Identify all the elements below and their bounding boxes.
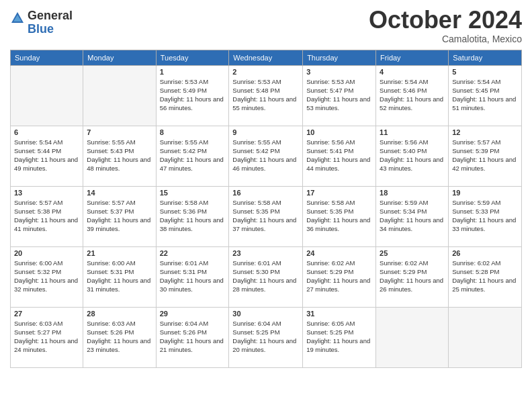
weekday-header-row: Sunday Monday Tuesday Wednesday Thursday… (11, 50, 522, 65)
calendar-cell: 12Sunrise: 5:57 AM Sunset: 5:39 PM Dayli… (449, 126, 522, 186)
calendar-cell: 2Sunrise: 5:53 AM Sunset: 5:48 PM Daylig… (229, 65, 303, 126)
day-info: Sunrise: 5:56 AM Sunset: 5:41 PM Dayligh… (306, 138, 372, 173)
calendar-cell: 28Sunrise: 6:03 AM Sunset: 5:26 PM Dayli… (83, 307, 156, 367)
calendar-cell: 10Sunrise: 5:56 AM Sunset: 5:41 PM Dayli… (303, 126, 376, 186)
title-block: October 2024 Camalotita, Mexico (369, 7, 522, 44)
calendar-cell: 30Sunrise: 6:04 AM Sunset: 5:25 PM Dayli… (229, 307, 303, 367)
header-wednesday: Wednesday (229, 50, 303, 65)
calendar-row-0: 1Sunrise: 5:53 AM Sunset: 5:49 PM Daylig… (11, 65, 522, 126)
header-saturday: Saturday (449, 50, 522, 65)
calendar-cell: 19Sunrise: 5:59 AM Sunset: 5:33 PM Dayli… (449, 186, 522, 246)
day-number: 7 (87, 128, 152, 136)
day-info: Sunrise: 6:00 AM Sunset: 5:32 PM Dayligh… (14, 259, 79, 294)
day-number: 10 (306, 128, 372, 136)
day-info: Sunrise: 5:54 AM Sunset: 5:44 PM Dayligh… (14, 138, 79, 173)
calendar-cell: 11Sunrise: 5:56 AM Sunset: 5:40 PM Dayli… (376, 126, 449, 186)
logo-blue: Blue (28, 23, 73, 36)
day-info: Sunrise: 5:53 AM Sunset: 5:47 PM Dayligh… (306, 77, 372, 113)
day-info: Sunrise: 5:57 AM Sunset: 5:37 PM Dayligh… (87, 198, 152, 234)
header-friday: Friday (376, 50, 449, 65)
calendar-cell (11, 65, 83, 126)
header-monday: Monday (83, 50, 156, 65)
logo-text: General Blue (28, 9, 73, 36)
calendar-cell: 21Sunrise: 6:00 AM Sunset: 5:31 PM Dayli… (83, 246, 156, 307)
day-info: Sunrise: 5:55 AM Sunset: 5:42 PM Dayligh… (232, 138, 299, 173)
day-info: Sunrise: 6:05 AM Sunset: 5:25 PM Dayligh… (306, 319, 372, 355)
day-number: 31 (306, 310, 372, 318)
calendar-cell: 23Sunrise: 6:01 AM Sunset: 5:30 PM Dayli… (229, 246, 303, 307)
day-info: Sunrise: 6:02 AM Sunset: 5:28 PM Dayligh… (452, 259, 518, 294)
day-info: Sunrise: 5:53 AM Sunset: 5:48 PM Dayligh… (232, 77, 299, 113)
calendar-cell (376, 307, 449, 367)
day-info: Sunrise: 5:54 AM Sunset: 5:46 PM Dayligh… (380, 77, 445, 113)
logo-icon (10, 11, 25, 26)
calendar-cell: 26Sunrise: 6:02 AM Sunset: 5:28 PM Dayli… (449, 246, 522, 307)
header: General Blue October 2024 Camalotita, Me… (10, 7, 522, 44)
day-number: 4 (380, 68, 445, 76)
calendar-row-3: 20Sunrise: 6:00 AM Sunset: 5:32 PM Dayli… (11, 246, 522, 307)
day-info: Sunrise: 6:00 AM Sunset: 5:31 PM Dayligh… (87, 259, 152, 294)
header-tuesday: Tuesday (156, 50, 229, 65)
day-number: 29 (160, 310, 226, 318)
day-number: 24 (306, 249, 372, 257)
day-number: 11 (380, 128, 445, 136)
calendar-row-2: 13Sunrise: 5:57 AM Sunset: 5:38 PM Dayli… (11, 186, 522, 246)
calendar-cell: 9Sunrise: 5:55 AM Sunset: 5:42 PM Daylig… (229, 126, 303, 186)
day-number: 15 (160, 189, 226, 197)
logo: General Blue (10, 9, 73, 36)
day-number: 2 (232, 68, 299, 76)
day-number: 25 (380, 249, 445, 257)
header-thursday: Thursday (303, 50, 376, 65)
day-info: Sunrise: 5:54 AM Sunset: 5:45 PM Dayligh… (452, 77, 518, 113)
calendar-cell (449, 307, 522, 367)
calendar-cell: 1Sunrise: 5:53 AM Sunset: 5:49 PM Daylig… (156, 65, 229, 126)
day-info: Sunrise: 5:59 AM Sunset: 5:33 PM Dayligh… (452, 198, 518, 234)
day-info: Sunrise: 5:55 AM Sunset: 5:42 PM Dayligh… (160, 138, 226, 173)
day-number: 23 (232, 249, 299, 257)
day-number: 14 (87, 189, 152, 197)
logo-general: General (28, 9, 73, 23)
calendar-cell: 16Sunrise: 5:58 AM Sunset: 5:35 PM Dayli… (229, 186, 303, 246)
day-number: 20 (14, 249, 79, 257)
day-info: Sunrise: 5:58 AM Sunset: 5:36 PM Dayligh… (160, 198, 226, 234)
calendar-row-4: 27Sunrise: 6:03 AM Sunset: 5:27 PM Dayli… (11, 307, 522, 367)
month-title: October 2024 (369, 7, 522, 34)
calendar-cell: 22Sunrise: 6:01 AM Sunset: 5:31 PM Dayli… (156, 246, 229, 307)
calendar-cell: 17Sunrise: 5:58 AM Sunset: 5:35 PM Dayli… (303, 186, 376, 246)
calendar-cell: 18Sunrise: 5:59 AM Sunset: 5:34 PM Dayli… (376, 186, 449, 246)
day-number: 26 (452, 249, 518, 257)
day-info: Sunrise: 6:01 AM Sunset: 5:31 PM Dayligh… (160, 259, 226, 294)
calendar-cell: 24Sunrise: 6:02 AM Sunset: 5:29 PM Dayli… (303, 246, 376, 307)
day-number: 6 (14, 128, 79, 136)
day-number: 16 (232, 189, 299, 197)
day-info: Sunrise: 5:53 AM Sunset: 5:49 PM Dayligh… (160, 77, 226, 113)
header-sunday: Sunday (11, 50, 83, 65)
day-info: Sunrise: 6:04 AM Sunset: 5:25 PM Dayligh… (232, 319, 299, 355)
day-number: 22 (160, 249, 226, 257)
day-info: Sunrise: 5:57 AM Sunset: 5:38 PM Dayligh… (14, 198, 79, 234)
day-info: Sunrise: 5:57 AM Sunset: 5:39 PM Dayligh… (452, 138, 518, 173)
calendar-cell: 29Sunrise: 6:04 AM Sunset: 5:26 PM Dayli… (156, 307, 229, 367)
day-info: Sunrise: 5:56 AM Sunset: 5:40 PM Dayligh… (380, 138, 445, 173)
calendar-row-1: 6Sunrise: 5:54 AM Sunset: 5:44 PM Daylig… (11, 126, 522, 186)
day-info: Sunrise: 6:02 AM Sunset: 5:29 PM Dayligh… (306, 259, 372, 294)
day-number: 9 (232, 128, 299, 136)
calendar-cell: 5Sunrise: 5:54 AM Sunset: 5:45 PM Daylig… (449, 65, 522, 126)
calendar-cell: 15Sunrise: 5:58 AM Sunset: 5:36 PM Dayli… (156, 186, 229, 246)
day-number: 17 (306, 189, 372, 197)
day-info: Sunrise: 5:58 AM Sunset: 5:35 PM Dayligh… (232, 198, 299, 234)
calendar-cell: 8Sunrise: 5:55 AM Sunset: 5:42 PM Daylig… (156, 126, 229, 186)
calendar-cell: 3Sunrise: 5:53 AM Sunset: 5:47 PM Daylig… (303, 65, 376, 126)
day-number: 3 (306, 68, 372, 76)
day-number: 27 (14, 310, 79, 318)
day-info: Sunrise: 6:04 AM Sunset: 5:26 PM Dayligh… (160, 319, 226, 355)
calendar-cell: 27Sunrise: 6:03 AM Sunset: 5:27 PM Dayli… (11, 307, 83, 367)
day-number: 5 (452, 68, 518, 76)
page: General Blue October 2024 Camalotita, Me… (0, 0, 532, 411)
day-info: Sunrise: 5:55 AM Sunset: 5:43 PM Dayligh… (87, 138, 152, 173)
calendar: Sunday Monday Tuesday Wednesday Thursday… (10, 50, 522, 368)
calendar-cell (83, 65, 156, 126)
location: Camalotita, Mexico (369, 34, 522, 44)
calendar-cell: 25Sunrise: 6:02 AM Sunset: 5:29 PM Dayli… (376, 246, 449, 307)
calendar-cell: 31Sunrise: 6:05 AM Sunset: 5:25 PM Dayli… (303, 307, 376, 367)
